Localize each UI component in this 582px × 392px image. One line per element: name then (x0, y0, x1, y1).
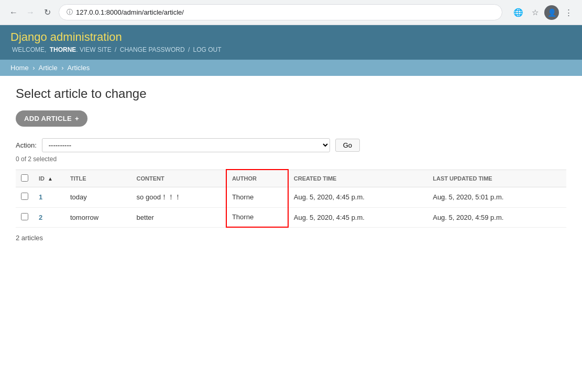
header-id[interactable]: ID ▲ (34, 170, 65, 187)
lock-icon: ⓘ (67, 8, 73, 17)
admin-nav: WELCOME, THORNE. VIEW SITE / CHANGE PASS… (10, 46, 572, 53)
header-author[interactable]: AUTHOR (226, 170, 288, 187)
table-row: 2tomorrowbetterThorneAug. 5, 2020, 4:45 … (16, 207, 566, 227)
row-content: so good！！！ (131, 187, 226, 207)
header-created-time[interactable]: CREATED TIME (288, 170, 427, 187)
row-id: 1 (34, 187, 65, 207)
page-title: Select article to change (16, 86, 566, 101)
row-last-updated-time: Aug. 5, 2020, 5:01 p.m. (427, 187, 566, 207)
row-id-link[interactable]: 1 (39, 193, 42, 201)
logout-link[interactable]: LOG OUT (193, 46, 222, 53)
breadcrumb-articles: Articles (68, 64, 90, 72)
id-sort-arrow: ▲ (48, 176, 53, 182)
welcome-prefix: WELCOME, (12, 46, 46, 53)
breadcrumb-article[interactable]: Article (39, 64, 58, 72)
table-header-row: ID ▲ TITLE CONTENT AUTHOR CREATED TIME L… (16, 170, 566, 187)
breadcrumb-bar: Home › Article › Articles (0, 60, 582, 76)
select-all-checkbox[interactable] (21, 174, 28, 182)
header-content[interactable]: CONTENT (131, 170, 226, 187)
admin-username: THORNE (50, 46, 76, 53)
main-content: Select article to change ADD ARTICLE + A… (0, 76, 582, 252)
row-content: better (131, 207, 226, 227)
row-id-link[interactable]: 2 (39, 214, 42, 221)
address-bar[interactable]: ⓘ 127.0.0.1:8000/admin/article/article/ (59, 4, 502, 20)
profile-button[interactable]: 👤 (544, 5, 559, 20)
row-checkbox[interactable] (21, 193, 28, 200)
add-article-button[interactable]: ADD ARTICLE + (16, 110, 87, 127)
reload-button[interactable]: ↻ (40, 5, 54, 20)
back-button[interactable]: ← (6, 5, 21, 20)
breadcrumb-home[interactable]: Home (10, 64, 29, 72)
row-checkbox-cell (16, 187, 34, 207)
selected-count: 0 of 2 selected (16, 155, 566, 163)
table-footer: 2 articles (16, 234, 566, 242)
admin-title: Django administration (10, 30, 572, 44)
row-title: today (65, 187, 131, 207)
browser-actions: 🌐 ☆ 👤 ⋮ (511, 5, 576, 20)
header-title[interactable]: TITLE (65, 170, 131, 187)
table-row: 1todayso good！！！ThorneAug. 5, 2020, 4:45… (16, 187, 566, 207)
row-checkbox-cell (16, 207, 34, 227)
add-article-icon: + (75, 115, 79, 122)
row-last-updated-time: Aug. 5, 2020, 4:59 p.m. (427, 207, 566, 227)
row-created-time: Aug. 5, 2020, 4:45 p.m. (288, 187, 427, 207)
go-button[interactable]: Go (335, 139, 360, 152)
header-checkbox-col (16, 170, 34, 187)
action-row: Action: ---------- Go (16, 138, 566, 152)
action-label: Action: (16, 141, 37, 149)
translate-button[interactable]: 🌐 (511, 5, 525, 20)
view-site-link[interactable]: VIEW SITE (80, 46, 112, 53)
nav-buttons: ← → ↻ (6, 5, 54, 20)
row-created-time: Aug. 5, 2020, 4:45 p.m. (288, 207, 427, 227)
row-id: 2 (34, 207, 65, 227)
row-title: tomorrow (65, 207, 131, 227)
add-article-label: ADD ARTICLE (24, 115, 72, 122)
url-text: 127.0.0.1:8000/admin/article/article/ (76, 8, 184, 16)
browser-chrome: ← → ↻ ⓘ 127.0.0.1:8000/admin/article/art… (0, 0, 582, 25)
row-author: Thorne (226, 187, 288, 207)
menu-button[interactable]: ⋮ (561, 5, 576, 20)
articles-table: ID ▲ TITLE CONTENT AUTHOR CREATED TIME L… (16, 169, 566, 228)
bookmark-button[interactable]: ☆ (528, 5, 542, 20)
row-author: Thorne (226, 207, 288, 227)
row-checkbox[interactable] (21, 213, 28, 220)
admin-header: Django administration WELCOME, THORNE. V… (0, 25, 582, 60)
header-last-updated-time[interactable]: LAST UPDATED TIME (427, 170, 566, 187)
change-password-link[interactable]: CHANGE PASSWORD (120, 46, 185, 53)
forward-button[interactable]: → (23, 5, 38, 20)
action-select[interactable]: ---------- (42, 138, 330, 152)
